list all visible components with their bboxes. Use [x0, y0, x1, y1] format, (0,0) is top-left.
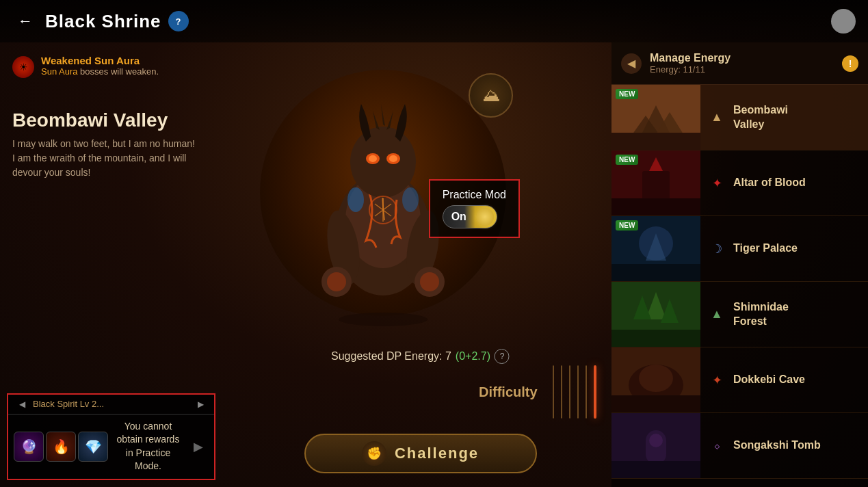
- back-button[interactable]: ←: [12, 8, 38, 34]
- header-bar: ← Black Shrine ?: [0, 0, 868, 42]
- svg-rect-42: [611, 264, 700, 282]
- toggle-label: On: [451, 205, 466, 228]
- new-badge-altar: NEW: [616, 155, 638, 165]
- practice-mode-toggle[interactable]: On: [443, 205, 497, 228]
- sidebar-item-tiger[interactable]: NEW ☽ Tiger Palace: [611, 216, 868, 282]
- sidebar-item-songakshi[interactable]: ⬦ Songakshi Tomb: [611, 413, 868, 479]
- svg-marker-14: [381, 104, 385, 126]
- notice-icon-1: 🔮: [14, 432, 44, 462]
- notice-text: You cannot obtain rewards in Practice Mo…: [112, 420, 184, 473]
- difficulty-label: Difficulty: [479, 384, 540, 400]
- practice-mode-label: Practice Mod: [443, 189, 506, 201]
- notice-icon-3: 💎: [78, 432, 108, 462]
- new-badge-tiger: NEW: [616, 220, 638, 231]
- sidebar-icon-dokkebi: ✦: [707, 371, 726, 390]
- aura-text: Weakened Sun Aura Sun Aura bosses will w…: [41, 55, 159, 77]
- sidebar-thumb-dokkebi: [611, 347, 700, 413]
- difficulty-card-2[interactable]: [561, 365, 562, 419]
- aura-desc: Sun Aura bosses will weaken.: [41, 66, 159, 77]
- sidebar-name-altar: Altar of Blood: [733, 176, 868, 190]
- dp-label: Suggested DP Energy: 7: [331, 350, 451, 363]
- challenge-label: Challenge: [395, 445, 479, 462]
- svg-point-18: [347, 187, 364, 212]
- svg-marker-13: [373, 111, 380, 130]
- sidebar-icon-shimnidae: ▲: [707, 305, 726, 324]
- toggle-knob: [476, 208, 494, 226]
- sidebar-icon-tiger: ☽: [707, 239, 726, 259]
- sidebar: ◀ Manage Energy Energy: 11/11 ! NEW ▲ Be…: [611, 42, 868, 487]
- svg-rect-51: [611, 395, 700, 413]
- sidebar-item-altar[interactable]: NEW ✦ Altar of Blood: [611, 150, 868, 216]
- notice-next-button[interactable]: ▶: [194, 397, 207, 411]
- dp-help-button[interactable]: ?: [495, 349, 510, 364]
- svg-rect-47: [611, 330, 700, 347]
- dp-bonus: (0+2.7): [456, 350, 490, 363]
- difficulty-card-4[interactable]: [577, 365, 579, 419]
- notice-title: Black Spirit Lv 2...: [33, 399, 104, 409]
- sidebar-icon-altar: ✦: [707, 174, 726, 193]
- energy-count: Energy: 11/11: [650, 64, 731, 75]
- sidebar-icon-beombawi: ▲: [707, 108, 726, 127]
- sidebar-thumb-altar: NEW: [611, 150, 700, 216]
- page-title: Black Shrine: [45, 11, 161, 32]
- svg-point-54: [649, 434, 663, 447]
- notice-header-left: ◀ Black Spirit Lv 2...: [15, 397, 104, 411]
- notice-box: ◀ Black Spirit Lv 2... ▶ 🔮 🔥 💎 You canno…: [7, 393, 215, 480]
- svg-point-8: [350, 127, 416, 198]
- svg-point-19: [402, 187, 419, 212]
- notice-prev-button[interactable]: ◀: [15, 397, 29, 411]
- boss-location-icon: ⛰: [469, 73, 513, 118]
- difficulty-row: Difficulty: [465, 365, 492, 419]
- boss-container: ⛰: [233, 49, 534, 337]
- aura-icon: ☀: [12, 56, 34, 78]
- energy-title: Manage Energy: [650, 52, 731, 64]
- new-badge-beombawi: NEW: [616, 89, 638, 99]
- energy-info: Manage Energy Energy: 11/11: [650, 52, 731, 75]
- challenge-fist-icon: ✊: [362, 441, 386, 466]
- sidebar-name-songakshi: Songakshi Tomb: [733, 438, 868, 453]
- difficulty-card-6[interactable]: [594, 365, 596, 419]
- sidebar-item-dokkebi[interactable]: ✦ Dokkebi Cave: [611, 347, 868, 413]
- sidebar-icon-songakshi: ⬦: [707, 436, 726, 456]
- svg-point-50: [639, 365, 673, 392]
- sidebar-name-shimnidae: ShimnidaeForest: [733, 300, 868, 329]
- notice-icon-2: 🔥: [46, 432, 76, 462]
- sidebar-item-beombawi[interactable]: NEW ▲ BeombawiValley: [611, 85, 868, 150]
- challenge-button[interactable]: ✊ Challenge: [304, 434, 537, 473]
- notice-body: 🔮 🔥 💎 You cannot obtain rewards in Pract…: [8, 414, 214, 479]
- toggle-container: On: [443, 205, 506, 228]
- location-name: Beombawi Valley: [12, 109, 195, 131]
- sidebar-item-shimnidae[interactable]: ▲ ShimnidaeForest: [611, 282, 868, 347]
- energy-back-button[interactable]: ◀: [621, 53, 642, 74]
- difficulty-card-5[interactable]: [586, 365, 587, 419]
- svg-point-21: [339, 313, 428, 326]
- svg-point-6: [327, 272, 346, 291]
- svg-rect-55: [611, 461, 700, 479]
- difficulty-card-3[interactable]: [569, 365, 570, 419]
- aura-highlight: Sun Aura: [41, 66, 78, 77]
- sidebar-name-dokkebi: Dokkebi Cave: [733, 373, 868, 387]
- difficulty-card-1[interactable]: [553, 365, 554, 419]
- location-desc: I may walk on two feet, but I am no huma…: [12, 137, 195, 180]
- avatar: [831, 9, 856, 34]
- svg-point-7: [420, 272, 439, 291]
- svg-rect-39: [611, 198, 700, 216]
- sidebar-thumb-songakshi: [611, 413, 700, 479]
- svg-point-11: [369, 155, 377, 162]
- sidebar-thumb-tiger: NEW: [611, 216, 700, 282]
- svg-marker-15: [386, 111, 393, 130]
- sidebar-name-beombawi: BeombawiValley: [733, 103, 868, 132]
- notice-scroll-button[interactable]: ▶: [188, 426, 209, 467]
- svg-point-12: [389, 155, 397, 162]
- notice-text-area: You cannot obtain rewards in Practice Mo…: [112, 420, 184, 473]
- aura-title: Weakened Sun Aura: [41, 55, 159, 66]
- location-info: Beombawi Valley I may walk on two feet, …: [12, 109, 195, 180]
- energy-bar: ◀ Manage Energy Energy: 11/11 !: [611, 42, 868, 85]
- center-area: ⛰: [233, 42, 608, 487]
- notice-header: ◀ Black Spirit Lv 2... ▶: [8, 395, 214, 414]
- help-badge[interactable]: ?: [168, 11, 189, 31]
- practice-mode-box: Practice Mod On: [429, 179, 520, 238]
- sidebar-thumb-beombawi: NEW: [611, 85, 700, 150]
- svg-rect-35: [611, 133, 700, 150]
- sidebar-thumb-shimnidae: [611, 282, 700, 347]
